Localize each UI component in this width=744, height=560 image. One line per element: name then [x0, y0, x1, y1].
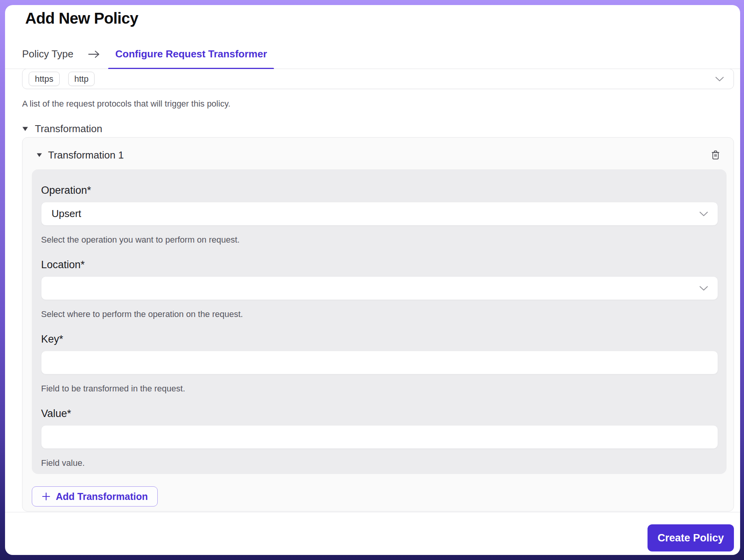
operation-select-value: Upsert	[52, 208, 81, 220]
operation-field-group: Operation* Upsert Select the operation y…	[41, 184, 718, 245]
transformation-1-toggle[interactable]: Transformation 1	[36, 148, 124, 162]
modal-header: Add New Policy Policy Type Configure Req…	[5, 5, 740, 69]
chevron-down-icon	[699, 211, 708, 217]
modal-footer: Create Policy	[5, 512, 740, 555]
transformation-form-panel: Operation* Upsert Select the operation y…	[32, 169, 727, 474]
operation-helper: Select the operation you want to perform…	[41, 234, 718, 245]
stepper: Policy Type Configure Request Transforme…	[5, 28, 740, 69]
key-field-group: Key* Field to be transformed in the requ…	[41, 333, 718, 394]
add-transformation-button[interactable]: Add Transformation	[32, 486, 158, 507]
chevron-down-icon	[715, 76, 724, 82]
transformation-section-toggle[interactable]: Transformation	[22, 122, 734, 135]
tab-configure-request-transformer[interactable]: Configure Request Transformer	[115, 48, 267, 69]
caret-down-icon	[36, 153, 42, 157]
arrow-right-icon	[88, 50, 100, 69]
add-transformation-label: Add Transformation	[56, 491, 148, 502]
add-policy-modal: Add New Policy Policy Type Configure Req…	[5, 5, 740, 555]
page-title: Add New Policy	[25, 9, 734, 28]
location-label: Location*	[41, 258, 718, 271]
delete-transformation-button[interactable]	[711, 150, 720, 160]
key-input[interactable]	[41, 351, 718, 374]
value-label: Value*	[41, 407, 718, 420]
operation-select[interactable]: Upsert	[41, 202, 718, 226]
transformation-card-header: Transformation 1	[22, 138, 734, 169]
form-scroll-area[interactable]: https http A list of the request protoco…	[5, 69, 740, 512]
location-field-group: Location* Select where to perform the op…	[41, 258, 718, 320]
protocols-multiselect[interactable]: https http	[22, 69, 734, 89]
value-helper: Field value.	[41, 457, 718, 469]
tab-configure-label: Configure Request Transformer	[115, 48, 267, 60]
trash-icon	[711, 156, 720, 162]
protocol-chip-https[interactable]: https	[29, 72, 60, 86]
key-helper: Field to be transformed in the request.	[41, 383, 718, 394]
transformation-card: Transformation 1	[22, 137, 734, 512]
protocols-helper: A list of the request protocols that wil…	[22, 98, 734, 109]
chevron-down-icon	[699, 286, 708, 291]
key-label: Key*	[41, 333, 718, 346]
caret-down-icon	[22, 126, 28, 131]
tab-policy-type[interactable]: Policy Type	[22, 48, 73, 69]
transformation-1-label: Transformation 1	[48, 148, 124, 162]
protocol-chip-http[interactable]: http	[68, 72, 95, 86]
location-select[interactable]	[41, 276, 718, 300]
value-input[interactable]	[41, 425, 718, 449]
operation-label: Operation*	[41, 184, 718, 197]
location-helper: Select where to perform the operation on…	[41, 308, 718, 320]
value-field-group: Value* Field value.	[41, 407, 718, 469]
tab-policy-type-label: Policy Type	[22, 48, 73, 60]
plus-icon	[41, 492, 51, 501]
create-policy-button[interactable]: Create Policy	[648, 524, 734, 551]
transformation-section-label: Transformation	[35, 122, 102, 135]
